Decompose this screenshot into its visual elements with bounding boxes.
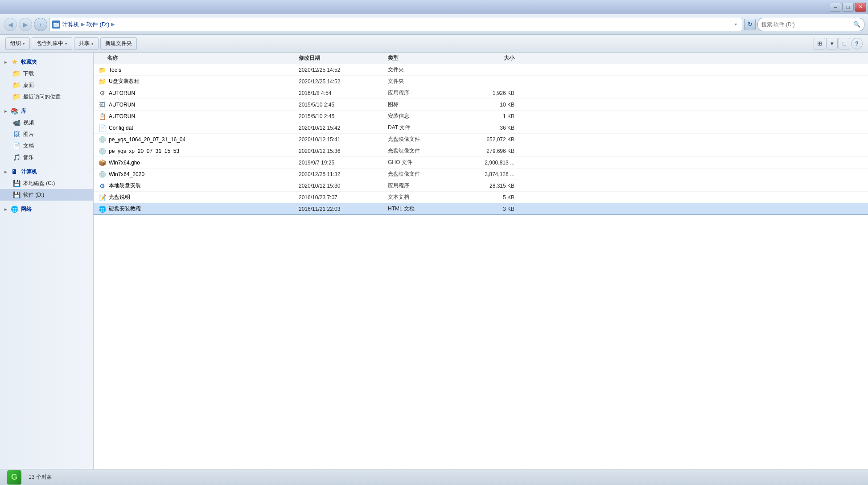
table-row[interactable]: 📄 Config.dat 2020/10/12 15:42 DAT 文件 36 … (94, 122, 868, 134)
address-dropdown-button[interactable]: ▾ (732, 21, 739, 28)
column-date[interactable]: 修改日期 (299, 54, 388, 62)
sidebar-item-document[interactable]: 📄 文档 (0, 140, 93, 152)
file-name-cell: 🖼 AUTORUN (94, 101, 299, 109)
sidebar-desktop-label: 桌面 (23, 82, 34, 89)
sidebar-computer-header[interactable]: ▸ 🖥 计算机 (0, 166, 93, 177)
up-button[interactable]: ↑ (34, 18, 47, 31)
table-row[interactable]: 📋 AUTORUN 2015/5/10 2:45 安装信息 1 KB (94, 111, 868, 122)
file-type-cell: 光盘映像文件 (388, 136, 459, 143)
file-size-cell: 3 KB (459, 206, 522, 212)
sidebar-item-recent[interactable]: 📁 最近访问的位置 (0, 91, 93, 103)
organize-button[interactable]: 组织 ▾ (5, 37, 30, 50)
maximize-button[interactable]: □ (842, 3, 854, 12)
column-name[interactable]: 名称 (94, 54, 299, 62)
table-row[interactable]: 📁 U盘安装教程 2020/12/25 14:52 文件夹 (94, 76, 868, 87)
table-row[interactable]: 💿 pe_yqs_xp_20_07_31_15_53 2020/10/12 15… (94, 145, 868, 157)
computer-icon: 🖥 (10, 168, 18, 176)
breadcrumb-computer[interactable]: 计算机 (62, 21, 79, 29)
file-size-cell: 1 KB (459, 113, 522, 119)
close-button[interactable]: ✕ (855, 3, 866, 12)
sidebar-recent-label: 最近访问的位置 (23, 93, 61, 101)
new-folder-button[interactable]: 新建文件夹 (100, 37, 137, 50)
sidebar-item-drive-d[interactable]: 💾 软件 (D:) (0, 189, 93, 201)
drive-c-icon: 💾 (12, 179, 21, 187)
sidebar-favorites-header[interactable]: ▸ ★ 收藏夹 (0, 56, 93, 68)
file-type-icon: 📋 (98, 112, 106, 120)
table-row[interactable]: 💿 pe_yqs_1064_20_07_31_16_04 2020/10/12 … (94, 134, 868, 145)
sidebar-item-desktop[interactable]: 📁 桌面 (0, 79, 93, 91)
toolbar: 组织 ▾ 包含到库中 ▾ 共享 ▾ 新建文件夹 ⊞ ▾ □ ? (0, 35, 868, 53)
sidebar-library-header[interactable]: ▸ 📚 库 (0, 105, 93, 117)
network-icon: 🌐 (10, 205, 18, 213)
file-size-cell: 10 KB (459, 102, 522, 108)
view-dropdown-button[interactable]: ▾ (826, 38, 838, 49)
file-type-icon: 💿 (98, 136, 106, 144)
table-row[interactable]: 📝 光盘说明 2016/10/23 7:07 文本文档 5 KB (94, 192, 868, 203)
table-row[interactable]: 💿 Win7x64_2020 2020/12/25 11:32 光盘映像文件 3… (94, 169, 868, 180)
preview-button[interactable]: □ (839, 38, 850, 49)
table-row[interactable]: 🌐 硬盘安装教程 2016/11/21 22:03 HTML 文档 3 KB (94, 203, 868, 215)
drive-d-icon: 💾 (12, 191, 21, 199)
file-name-cell: 💿 Win7x64_2020 (94, 170, 299, 178)
file-name-cell: ⚙ 本地硬盘安装 (94, 182, 299, 190)
statusbar: G 13 个对象 (0, 469, 868, 485)
breadcrumb-drive[interactable]: 软件 (D:) (86, 21, 109, 29)
favorites-star-icon: ★ (10, 58, 18, 66)
file-list-header: 名称 修改日期 类型 大小 (94, 53, 868, 64)
music-icon: 🎵 (12, 153, 21, 161)
file-type-icon: 📁 (98, 66, 106, 74)
sidebar-item-music[interactable]: 🎵 音乐 (0, 152, 93, 163)
table-row[interactable]: 📁 Tools 2020/12/25 14:52 文件夹 (94, 64, 868, 76)
sidebar-image-label: 图片 (23, 131, 34, 138)
sidebar-drive-c-label: 本地磁盘 (C:) (23, 180, 55, 187)
table-row[interactable]: ⚙ 本地硬盘安装 2020/10/12 15:30 应用程序 28,315 KB (94, 180, 868, 192)
file-name-cell: 📄 Config.dat (94, 124, 299, 132)
share-button[interactable]: 共享 ▾ (74, 37, 99, 50)
sidebar-item-image[interactable]: 🖼 图片 (0, 128, 93, 140)
sidebar-item-downloads[interactable]: 📁 下载 (0, 68, 93, 79)
file-name: U盘安装教程 (109, 78, 140, 85)
table-row[interactable]: 🖼 AUTORUN 2015/5/10 2:45 图标 10 KB (94, 99, 868, 111)
sidebar-item-video[interactable]: 📹 视频 (0, 117, 93, 128)
file-name: Win7x64.gho (109, 160, 140, 166)
column-size[interactable]: 大小 (459, 54, 522, 62)
file-name-cell: 💿 pe_yqs_1064_20_07_31_16_04 (94, 136, 299, 144)
help-button[interactable]: ? (851, 38, 863, 49)
address-bar[interactable]: 计算机 ▶ 软件 (D:) ▶ ▾ (49, 18, 742, 31)
file-name: AUTORUN (109, 102, 135, 108)
file-size-cell: 1,926 KB (459, 90, 522, 96)
desktop-folder-icon: 📁 (12, 81, 21, 89)
sidebar-section-favorites: ▸ ★ 收藏夹 📁 下载 📁 桌面 📁 最近访问的位置 (0, 56, 93, 103)
file-type-cell: GHO 文件 (388, 159, 459, 166)
file-date-cell: 2020/10/12 15:41 (299, 136, 388, 143)
file-name: 光盘说明 (109, 193, 130, 201)
sidebar-item-drive-c[interactable]: 💾 本地磁盘 (C:) (0, 177, 93, 189)
file-name: AUTORUN (109, 90, 135, 96)
column-type[interactable]: 类型 (388, 54, 459, 62)
file-name-cell: ⚙ AUTORUN (94, 89, 299, 97)
back-button[interactable]: ◀ (4, 18, 17, 31)
table-row[interactable]: 📦 Win7x64.gho 2019/9/7 19:25 GHO 文件 2,90… (94, 157, 868, 169)
forward-button[interactable]: ▶ (19, 18, 32, 31)
titlebar-buttons: ─ □ ✕ (830, 3, 866, 12)
share-label: 共享 (79, 40, 90, 47)
sidebar-network-header[interactable]: ▸ 🌐 网络 (0, 203, 93, 215)
file-date-cell: 2020/12/25 14:52 (299, 78, 388, 85)
view-icon: ⊞ (817, 40, 822, 47)
network-label: 网络 (21, 206, 32, 213)
include-button[interactable]: 包含到库中 ▾ (32, 37, 72, 50)
file-type-icon: ⚙ (98, 182, 106, 190)
file-name-cell: 💿 pe_yqs_xp_20_07_31_15_53 (94, 147, 299, 155)
refresh-button[interactable]: ↻ (744, 19, 756, 30)
file-type-cell: 图标 (388, 101, 459, 108)
table-row[interactable]: ⚙ AUTORUN 2016/1/8 4:54 应用程序 1,926 KB (94, 87, 868, 99)
file-size-cell: 5 KB (459, 194, 522, 201)
search-icon: 🔍 (853, 21, 860, 28)
minimize-button[interactable]: ─ (830, 3, 841, 12)
file-type-cell: 应用程序 (388, 182, 459, 189)
search-box[interactable]: 🔍 (757, 18, 864, 31)
search-input[interactable] (761, 21, 852, 28)
file-name-cell: 🌐 硬盘安装教程 (94, 205, 299, 213)
file-list: 📁 Tools 2020/12/25 14:52 文件夹 📁 U盘安装教程 20… (94, 64, 868, 215)
view-toggle-button[interactable]: ⊞ (814, 38, 825, 49)
